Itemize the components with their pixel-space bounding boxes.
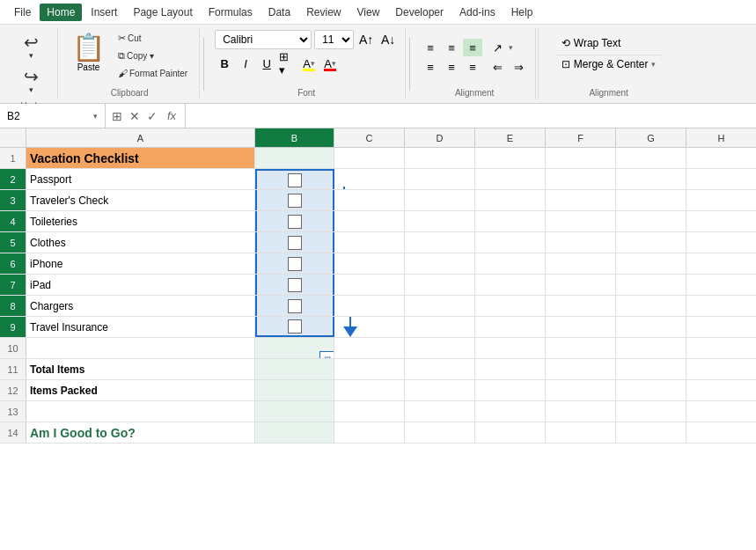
menu-addins[interactable]: Add-ins [452,4,503,21]
cell-h10[interactable] [686,338,756,358]
checkbox-b7[interactable] [288,278,302,292]
cell-h6[interactable] [686,253,756,274]
checkbox-b9[interactable] [288,319,302,334]
align-bottom-center-button[interactable]: ≡ [442,58,461,76]
cell-a14[interactable]: Am I Good to Go? [26,422,255,443]
checkbox-b6[interactable] [288,257,302,271]
cell-h3[interactable] [686,190,756,210]
cell-c8[interactable] [334,296,405,316]
col-header-c[interactable]: C [334,128,405,147]
cell-f9[interactable] [546,317,616,337]
cell-a6[interactable]: iPhone [26,253,255,274]
col-header-h[interactable]: H [686,128,756,147]
cell-g12[interactable] [616,380,686,400]
cell-h2[interactable] [686,169,756,189]
cell-reference-box[interactable]: B2 ▾ [0,104,106,128]
cell-d3[interactable] [405,190,475,210]
cell-c14[interactable] [334,422,405,443]
cell-c10[interactable] [334,338,405,358]
cell-e10[interactable] [475,338,546,358]
increase-font-button[interactable]: A↑ [356,30,376,49]
cell-a10[interactable] [26,338,255,358]
cell-f5[interactable] [546,232,616,253]
menu-insert[interactable]: Insert [84,4,124,21]
cell-c2[interactable] [334,169,405,189]
cancel-formula-icon[interactable]: ✕ [127,107,143,125]
cell-c9[interactable] [334,317,405,337]
menu-data[interactable]: Data [261,4,297,21]
checkbox-b4[interactable] [288,215,302,229]
cell-b12[interactable] [255,380,334,400]
cell-b5[interactable] [255,232,334,253]
cell-f6[interactable] [546,253,616,274]
cell-a9[interactable]: Travel Insurance [26,317,255,337]
cell-c1[interactable] [334,148,405,168]
cell-b7[interactable] [255,275,334,295]
cell-a2[interactable]: Passport [26,169,255,189]
cell-f13[interactable] [546,401,616,422]
font-family-select[interactable]: Calibri [215,30,312,49]
cell-d7[interactable] [405,275,475,295]
align-bottom-left-button[interactable]: ≡ [421,58,440,76]
cell-g10[interactable] [616,338,686,358]
cut-button[interactable]: ✂ Cut [114,30,192,47]
cell-c13[interactable] [334,401,405,422]
indent-increase-button[interactable]: ⇒ [509,58,528,76]
cell-f14[interactable] [546,422,616,443]
cell-g1[interactable] [616,148,686,168]
paste-button[interactable]: 📋 Paste [67,30,110,84]
cell-f8[interactable] [546,296,616,316]
cell-e2[interactable] [475,169,546,189]
cell-d4[interactable] [405,211,475,231]
cell-e6[interactable] [475,253,546,274]
cell-c4[interactable] [334,211,405,231]
cell-b8[interactable] [255,296,334,316]
cell-a11[interactable]: Total Items [26,359,255,379]
cell-h5[interactable] [686,232,756,253]
cell-f12[interactable] [546,380,616,400]
cell-d6[interactable] [405,253,475,274]
indent-decrease-button[interactable]: ⇐ [488,58,507,76]
cell-ref-dropdown-arrow[interactable]: ▾ [93,112,98,121]
cell-e3[interactable] [475,190,546,210]
cell-c5[interactable] [334,232,405,253]
align-top-right-button[interactable]: ≡ [463,39,482,56]
cell-h4[interactable] [686,211,756,231]
cell-b9[interactable] [255,317,334,337]
cell-h12[interactable] [686,380,756,400]
bold-button[interactable]: B [215,54,234,73]
checkbox-b3[interactable] [288,194,302,208]
menu-formulas[interactable]: Formulas [202,4,260,21]
cell-e4[interactable] [475,211,546,231]
cell-g4[interactable] [616,211,686,231]
cell-g6[interactable] [616,253,686,274]
cell-a13[interactable] [26,401,255,422]
cell-c7[interactable] [334,275,405,295]
checkbox-b8[interactable] [288,299,302,313]
cell-b2[interactable] [255,169,334,189]
cell-h1[interactable] [686,148,756,168]
col-header-f[interactable]: F [546,128,616,147]
cell-e5[interactable] [475,232,546,253]
cell-f7[interactable] [546,275,616,295]
menu-help[interactable]: Help [504,4,540,21]
menu-view[interactable]: View [350,4,387,21]
cell-c11[interactable] [334,359,405,379]
redo-button[interactable]: ↪ ▾ [16,64,48,98]
cell-a7[interactable]: iPad [26,275,255,295]
cell-g5[interactable] [616,232,686,253]
cell-b11[interactable] [255,359,334,379]
underline-button[interactable]: U [257,54,276,73]
cell-g9[interactable] [616,317,686,337]
cell-e1[interactable] [475,148,546,168]
cell-d8[interactable] [405,296,475,316]
decrease-font-button[interactable]: A↓ [378,30,398,49]
cell-g14[interactable] [616,422,686,443]
menu-developer[interactable]: Developer [388,4,451,21]
font-size-select[interactable]: 11 [314,30,354,49]
expand-icon[interactable]: ⊞ [109,107,125,125]
confirm-formula-icon[interactable]: ✓ [144,107,160,125]
cell-e12[interactable] [475,380,546,400]
formula-input[interactable] [186,104,756,128]
cell-d2[interactable] [405,169,475,189]
